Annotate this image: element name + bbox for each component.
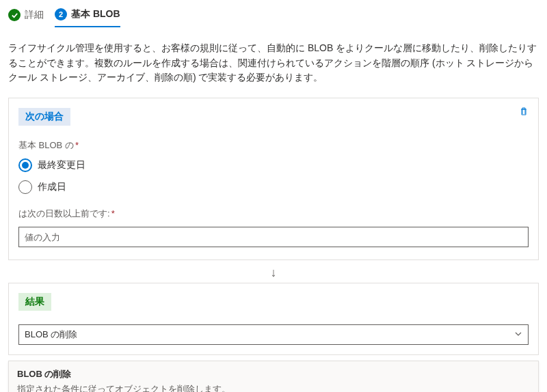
tooltip-desc: 指定された条件に従ってオブジェクトを削除します。	[17, 383, 530, 392]
condition-panel: 次の場合 基本 BLOB の* 最終変更日 作成日 は次の日数以上前です:*	[8, 98, 539, 260]
days-label: は次の日数以上前です:*	[18, 208, 529, 220]
tooltip-title: BLOB の削除	[17, 368, 530, 380]
tab-base-label: 基本 BLOB	[71, 8, 120, 20]
radio-last-modified-label: 最終変更日	[38, 159, 85, 171]
tab-base-blob[interactable]: 2 基本 BLOB	[55, 8, 120, 27]
required-mark: *	[111, 208, 115, 219]
radio-created[interactable]: 作成日	[18, 180, 529, 194]
arrow-down-icon: ↓	[8, 266, 539, 280]
tab-details-label: 詳細	[25, 9, 44, 21]
result-select[interactable]: BLOB の削除	[18, 324, 529, 345]
condition-section-title: 次の場合	[18, 108, 70, 126]
tab-details[interactable]: 詳細	[8, 9, 44, 27]
chevron-down-icon	[514, 330, 522, 340]
base-blob-label: 基本 BLOB の*	[18, 139, 529, 152]
required-mark: *	[75, 140, 79, 150]
radio-circle-icon	[18, 158, 32, 172]
result-panel: 結果 BLOB の削除	[8, 283, 539, 355]
result-tooltip: BLOB の削除 指定された条件に従ってオブジェクトを削除します。	[8, 361, 539, 392]
result-section-title: 結果	[18, 293, 51, 311]
radio-circle-icon	[18, 180, 32, 194]
radio-last-modified[interactable]: 最終変更日	[18, 158, 529, 172]
days-input[interactable]	[18, 227, 529, 247]
result-select-value: BLOB の削除	[25, 328, 77, 341]
step-number-icon: 2	[55, 8, 67, 20]
check-icon	[8, 9, 21, 21]
radio-group: 最終変更日 作成日	[18, 158, 529, 194]
page-description: ライフサイクル管理を使用すると、お客様の規則に従って、自動的に BLOB をより…	[8, 41, 539, 85]
radio-created-label: 作成日	[38, 181, 66, 193]
delete-icon[interactable]	[519, 107, 529, 118]
tabs: 詳細 2 基本 BLOB	[8, 8, 539, 27]
